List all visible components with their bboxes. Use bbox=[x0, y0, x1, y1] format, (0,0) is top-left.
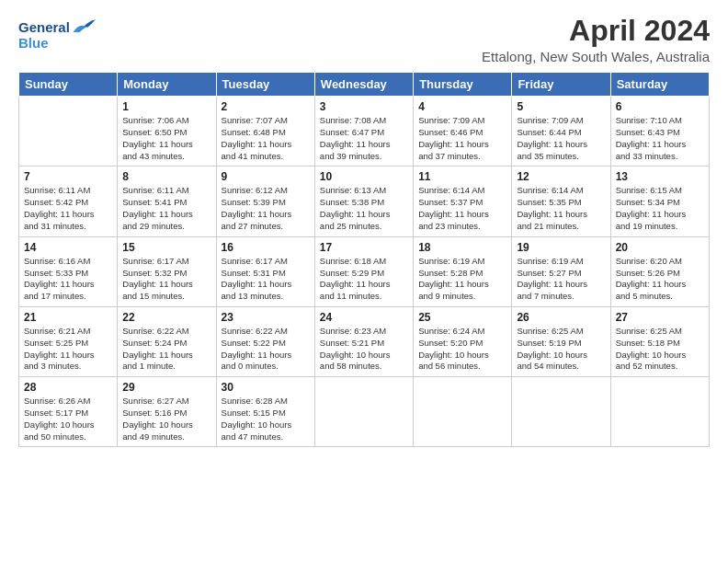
day-info: Sunrise: 6:16 AMSunset: 5:33 PMDaylight:… bbox=[24, 256, 112, 303]
day-number: 5 bbox=[517, 100, 605, 113]
calendar-cell: 9Sunrise: 6:12 AMSunset: 5:39 PMDaylight… bbox=[216, 167, 314, 236]
day-number: 9 bbox=[222, 170, 310, 183]
day-info: Sunrise: 6:25 AMSunset: 5:18 PMDaylight:… bbox=[616, 326, 704, 373]
calendar-cell: 14Sunrise: 6:16 AMSunset: 5:33 PMDayligh… bbox=[19, 236, 118, 306]
calendar-cell bbox=[19, 97, 118, 167]
calendar-cell: 11Sunrise: 6:14 AMSunset: 5:37 PMDayligh… bbox=[414, 167, 512, 236]
day-number: 2 bbox=[222, 100, 310, 113]
calendar-cell: 8Sunrise: 6:11 AMSunset: 5:41 PMDaylight… bbox=[118, 167, 216, 236]
calendar-cell: 23Sunrise: 6:22 AMSunset: 5:22 PMDayligh… bbox=[216, 306, 314, 376]
weekday-header-saturday: Saturday bbox=[610, 73, 709, 97]
calendar-week-row: 14Sunrise: 6:16 AMSunset: 5:33 PMDayligh… bbox=[19, 236, 710, 306]
calendar-cell: 10Sunrise: 6:13 AMSunset: 5:38 PMDayligh… bbox=[314, 167, 413, 236]
calendar-cell: 16Sunrise: 6:17 AMSunset: 5:31 PMDayligh… bbox=[216, 236, 314, 306]
calendar-cell: 20Sunrise: 6:20 AMSunset: 5:26 PMDayligh… bbox=[610, 236, 709, 306]
day-info: Sunrise: 6:28 AMSunset: 5:15 PMDaylight:… bbox=[222, 396, 310, 442]
day-info: Sunrise: 7:06 AMSunset: 6:50 PMDaylight:… bbox=[122, 115, 210, 162]
day-number: 17 bbox=[320, 241, 408, 254]
day-info: Sunrise: 6:23 AMSunset: 5:21 PMDaylight:… bbox=[320, 326, 408, 373]
day-number: 27 bbox=[616, 311, 704, 324]
day-number: 28 bbox=[24, 381, 112, 394]
calendar-cell: 21Sunrise: 6:21 AMSunset: 5:25 PMDayligh… bbox=[19, 306, 118, 376]
weekday-header-sunday: Sunday bbox=[19, 73, 118, 97]
day-number: 14 bbox=[24, 241, 112, 254]
day-number: 7 bbox=[24, 170, 112, 183]
day-info: Sunrise: 6:19 AMSunset: 5:27 PMDaylight:… bbox=[517, 256, 605, 303]
day-info: Sunrise: 6:24 AMSunset: 5:20 PMDaylight:… bbox=[418, 326, 506, 373]
calendar-cell bbox=[512, 377, 610, 447]
day-info: Sunrise: 7:09 AMSunset: 6:44 PMDaylight:… bbox=[517, 115, 605, 162]
calendar-cell: 29Sunrise: 6:27 AMSunset: 5:16 PMDayligh… bbox=[118, 377, 216, 447]
day-number: 20 bbox=[616, 241, 704, 254]
calendar-week-row: 28Sunrise: 6:26 AMSunset: 5:17 PMDayligh… bbox=[19, 377, 710, 447]
day-info: Sunrise: 6:11 AMSunset: 5:42 PMDaylight:… bbox=[24, 185, 112, 232]
day-info: Sunrise: 6:17 AMSunset: 5:31 PMDaylight:… bbox=[222, 256, 310, 303]
day-number: 13 bbox=[616, 170, 704, 183]
calendar-cell: 1Sunrise: 7:06 AMSunset: 6:50 PMDaylight… bbox=[118, 97, 216, 167]
day-info: Sunrise: 6:27 AMSunset: 5:16 PMDaylight:… bbox=[122, 396, 210, 442]
calendar-cell: 6Sunrise: 7:10 AMSunset: 6:43 PMDaylight… bbox=[610, 97, 709, 167]
day-number: 11 bbox=[418, 170, 506, 183]
day-number: 30 bbox=[222, 381, 310, 394]
calendar-cell: 28Sunrise: 6:26 AMSunset: 5:17 PMDayligh… bbox=[19, 377, 118, 447]
day-info: Sunrise: 6:13 AMSunset: 5:38 PMDaylight:… bbox=[320, 185, 408, 232]
calendar-cell: 13Sunrise: 6:15 AMSunset: 5:34 PMDayligh… bbox=[610, 167, 709, 236]
calendar-cell: 18Sunrise: 6:19 AMSunset: 5:28 PMDayligh… bbox=[414, 236, 512, 306]
calendar-week-row: 1Sunrise: 7:06 AMSunset: 6:50 PMDaylight… bbox=[19, 97, 710, 167]
day-info: Sunrise: 6:14 AMSunset: 5:35 PMDaylight:… bbox=[517, 185, 605, 232]
calendar-cell: 22Sunrise: 6:22 AMSunset: 5:24 PMDayligh… bbox=[118, 306, 216, 376]
weekday-header-thursday: Thursday bbox=[414, 73, 512, 97]
day-number: 25 bbox=[418, 311, 506, 324]
logo-text: General bbox=[18, 20, 70, 36]
calendar-cell: 2Sunrise: 7:07 AMSunset: 6:48 PMDaylight… bbox=[216, 97, 314, 167]
calendar-cell: 30Sunrise: 6:28 AMSunset: 5:15 PMDayligh… bbox=[216, 377, 314, 447]
calendar-cell: 19Sunrise: 6:19 AMSunset: 5:27 PMDayligh… bbox=[512, 236, 610, 306]
calendar-cell: 15Sunrise: 6:17 AMSunset: 5:32 PMDayligh… bbox=[118, 236, 216, 306]
title-block: April 2024 Ettalong, New South Wales, Au… bbox=[482, 15, 710, 64]
day-number: 22 bbox=[122, 311, 210, 324]
day-info: Sunrise: 6:20 AMSunset: 5:26 PMDaylight:… bbox=[616, 256, 704, 303]
main-title: April 2024 bbox=[482, 15, 710, 47]
day-info: Sunrise: 6:21 AMSunset: 5:25 PMDaylight:… bbox=[24, 326, 112, 373]
calendar-cell: 12Sunrise: 6:14 AMSunset: 5:35 PMDayligh… bbox=[512, 167, 610, 236]
calendar-cell: 26Sunrise: 6:25 AMSunset: 5:19 PMDayligh… bbox=[512, 306, 610, 376]
logo-blue-text: Blue bbox=[18, 35, 96, 51]
day-number: 23 bbox=[222, 311, 310, 324]
day-number: 4 bbox=[418, 100, 506, 113]
calendar-cell: 24Sunrise: 6:23 AMSunset: 5:21 PMDayligh… bbox=[314, 306, 413, 376]
day-info: Sunrise: 6:17 AMSunset: 5:32 PMDaylight:… bbox=[122, 256, 210, 303]
day-number: 16 bbox=[222, 241, 310, 254]
day-info: Sunrise: 6:22 AMSunset: 5:22 PMDaylight:… bbox=[222, 326, 310, 373]
day-info: Sunrise: 6:26 AMSunset: 5:17 PMDaylight:… bbox=[24, 396, 112, 442]
calendar-cell: 3Sunrise: 7:08 AMSunset: 6:47 PMDaylight… bbox=[314, 97, 413, 167]
day-number: 15 bbox=[122, 241, 210, 254]
calendar-week-row: 21Sunrise: 6:21 AMSunset: 5:25 PMDayligh… bbox=[19, 306, 710, 376]
logo: General Blue bbox=[18, 18, 96, 51]
calendar-week-row: 7Sunrise: 6:11 AMSunset: 5:42 PMDaylight… bbox=[19, 167, 710, 236]
calendar-cell: 5Sunrise: 7:09 AMSunset: 6:44 PMDaylight… bbox=[512, 97, 610, 167]
day-info: Sunrise: 7:08 AMSunset: 6:47 PMDaylight:… bbox=[320, 115, 408, 162]
day-info: Sunrise: 6:25 AMSunset: 5:19 PMDaylight:… bbox=[517, 326, 605, 373]
day-info: Sunrise: 7:07 AMSunset: 6:48 PMDaylight:… bbox=[222, 115, 310, 162]
day-info: Sunrise: 6:12 AMSunset: 5:39 PMDaylight:… bbox=[222, 185, 310, 232]
day-number: 29 bbox=[122, 381, 210, 394]
day-number: 26 bbox=[517, 311, 605, 324]
day-number: 1 bbox=[122, 100, 210, 113]
day-number: 19 bbox=[517, 241, 605, 254]
day-info: Sunrise: 7:09 AMSunset: 6:46 PMDaylight:… bbox=[418, 115, 506, 162]
day-info: Sunrise: 7:10 AMSunset: 6:43 PMDaylight:… bbox=[616, 115, 704, 162]
day-number: 10 bbox=[320, 170, 408, 183]
day-info: Sunrise: 6:22 AMSunset: 5:24 PMDaylight:… bbox=[122, 326, 210, 373]
calendar: SundayMondayTuesdayWednesdayThursdayFrid… bbox=[18, 72, 710, 447]
day-number: 12 bbox=[517, 170, 605, 183]
weekday-header-wednesday: Wednesday bbox=[314, 73, 413, 97]
calendar-cell: 17Sunrise: 6:18 AMSunset: 5:29 PMDayligh… bbox=[314, 236, 413, 306]
weekday-header-tuesday: Tuesday bbox=[216, 73, 314, 97]
calendar-cell bbox=[314, 377, 413, 447]
day-number: 8 bbox=[122, 170, 210, 183]
weekday-header-friday: Friday bbox=[512, 73, 610, 97]
page: General Blue April 2024 Ettalong, New So… bbox=[0, 0, 728, 563]
calendar-cell: 4Sunrise: 7:09 AMSunset: 6:46 PMDaylight… bbox=[414, 97, 512, 167]
header: General Blue April 2024 Ettalong, New So… bbox=[18, 15, 710, 64]
day-info: Sunrise: 6:15 AMSunset: 5:34 PMDaylight:… bbox=[616, 185, 704, 232]
